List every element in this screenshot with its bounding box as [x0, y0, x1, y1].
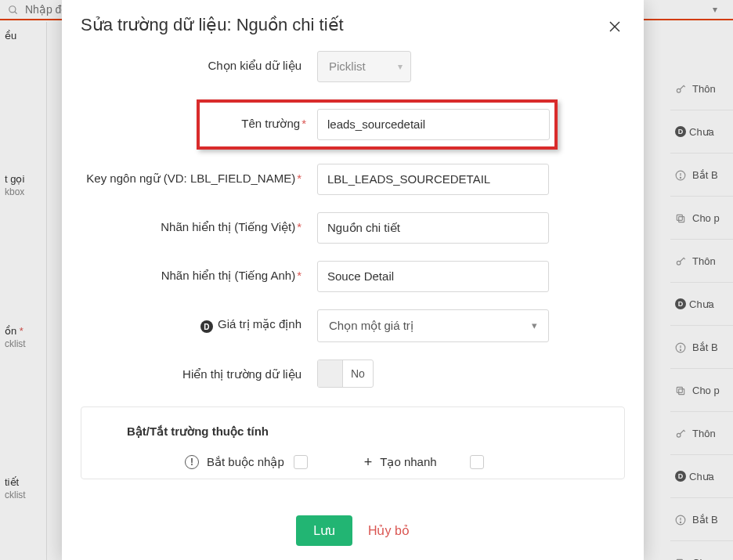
prop-required: ! Bắt buộc nhập — [185, 455, 284, 469]
row-default-value: DGiá trị mặc định Chọn một giá trị ▾ — [81, 309, 625, 342]
modal-header: Sửa trường dữ liệu: Nguồn chi tiết — [62, 0, 644, 48]
label-show-field: Hiển thị trường dữ liệu — [81, 359, 317, 382]
chevron-down-icon: ▾ — [398, 61, 403, 72]
required-icon: ! — [185, 455, 199, 469]
label-en-input[interactable] — [317, 261, 549, 292]
prop-quick-create-label: Tạo nhanh — [380, 455, 436, 469]
toggle-knob — [318, 360, 343, 387]
modal-body: Chọn kiểu dữ liệu Picklist ▾ Tên trường*… — [62, 48, 644, 504]
required-checkbox[interactable] — [294, 455, 308, 469]
plus-icon: + — [364, 454, 373, 471]
prop-required-label: Bắt buộc nhập — [207, 455, 284, 469]
row-field-name: Tên trường* — [197, 99, 558, 150]
row-show-field: Hiển thị trường dữ liệu No — [81, 359, 625, 389]
modal-title: Sửa trường dữ liệu: Nguồn chi tiết — [81, 15, 344, 35]
field-properties-box: Bật/Tắt trường thuộc tính ! Bắt buộc nhậ… — [81, 406, 625, 479]
data-type-select: Picklist ▾ — [317, 51, 411, 82]
field-name-input[interactable] — [317, 109, 550, 140]
cancel-button[interactable]: Hủy bỏ — [368, 523, 410, 538]
default-value-placeholder: Chọn một giá trị — [329, 319, 413, 333]
toggle-state-label: No — [343, 367, 373, 380]
modal-footer: Lưu Hủy bỏ — [62, 504, 644, 560]
default-value-select[interactable]: Chọn một giá trị ▾ — [317, 309, 549, 342]
quick-create-checkbox[interactable] — [470, 455, 484, 469]
data-type-value: Picklist — [329, 60, 366, 73]
label-default-value: DGiá trị mặc định — [81, 309, 317, 334]
label-display-vi: Nhãn hiển thị (Tiếng Việt)* — [81, 212, 317, 235]
label-field-name: Tên trường* — [200, 109, 317, 132]
row-lang-key: Key ngôn ngữ (VD: LBL_FIELD_NAME)* — [81, 164, 625, 195]
label-data-type: Chọn kiểu dữ liệu — [81, 51, 317, 74]
lang-key-input[interactable] — [317, 164, 549, 195]
d-badge-icon: D — [200, 320, 213, 333]
row-data-type: Chọn kiểu dữ liệu Picklist ▾ — [81, 51, 625, 82]
chevron-down-icon: ▾ — [532, 320, 537, 331]
row-label-vi: Nhãn hiển thị (Tiếng Việt)* — [81, 212, 625, 244]
close-icon — [608, 20, 622, 34]
edit-field-modal: Sửa trường dữ liệu: Nguồn chi tiết Chọn … — [62, 0, 644, 560]
prop-quick-create: + Tạo nhanh — [364, 454, 437, 471]
label-display-en: Nhãn hiển thị (Tiếng Anh)* — [81, 261, 317, 284]
close-button[interactable] — [605, 14, 625, 37]
label-lang-key: Key ngôn ngữ (VD: LBL_FIELD_NAME)* — [81, 164, 317, 186]
save-button[interactable]: Lưu — [296, 515, 352, 546]
props-row: ! Bắt buộc nhập + Tạo nhanh — [100, 454, 605, 471]
row-label-en: Nhãn hiển thị (Tiếng Anh)* — [81, 261, 625, 292]
props-title: Bật/Tắt trường thuộc tính — [100, 425, 605, 439]
show-field-toggle[interactable]: No — [317, 359, 374, 388]
label-vi-input[interactable] — [317, 212, 549, 244]
